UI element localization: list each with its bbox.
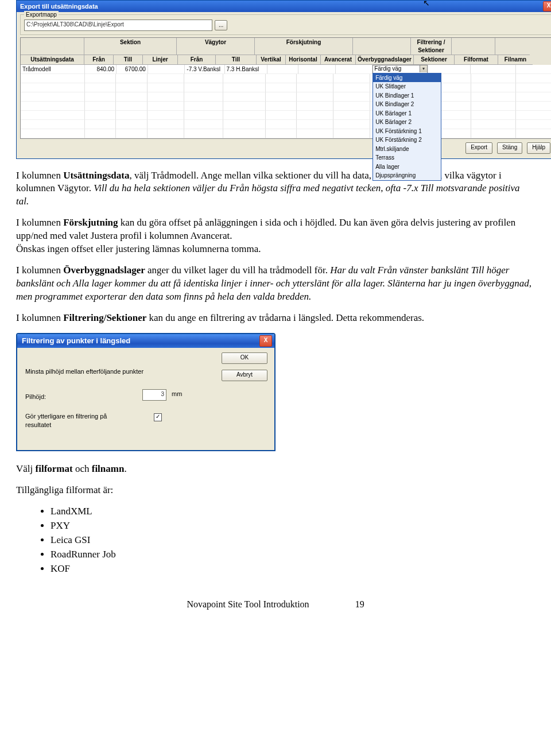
dialog-title: Filtrering av punkter i längsled — [22, 336, 130, 346]
para-5: Välj filformat och filnamn. — [16, 463, 535, 476]
group-sektion: Sektion — [84, 38, 177, 55]
list-item[interactable]: UK Slitlager — [373, 82, 441, 91]
list-item[interactable]: Terrass — [373, 153, 441, 162]
chevron-down-icon[interactable]: ▾ — [420, 65, 427, 72]
list-item[interactable]: Mtrl.skiljande — [373, 145, 441, 154]
format-list: LandXML PXY Leica GSI RoadRunner Job KOF — [16, 505, 535, 576]
browse-button[interactable]: ... — [215, 20, 227, 30]
overbygg-dropdown[interactable]: Färdig väg ▾ — [372, 65, 428, 73]
checkbox-filter[interactable]: ✓ — [154, 413, 162, 421]
label-gor: Gör ytterligare en filtrering på resulta… — [25, 412, 134, 429]
cell-linjer[interactable] — [148, 65, 185, 74]
close-icon[interactable]: X — [543, 1, 551, 11]
cell-filformat[interactable] — [471, 65, 516, 74]
cell-vertikal[interactable] — [267, 65, 299, 74]
list-item: PXY — [51, 519, 535, 533]
hdr-vtill[interactable]: Till — [216, 55, 257, 65]
cell-us[interactable]: Trådmodell — [21, 65, 85, 74]
cell-vtill[interactable]: 7.3 H.Banksl — [225, 65, 267, 74]
data-grid: Sektion Vägytor Förskjutning Filtrering … — [20, 37, 551, 139]
exportmapp-group: Exportmapp C:\Projekt\ALT308\CAD\B\Linje… — [20, 14, 551, 35]
close-icon[interactable]: X — [259, 335, 272, 347]
close-button[interactable]: Stäng — [497, 142, 522, 154]
list-item: KOF — [51, 563, 535, 576]
para-4: I kolumnen Filtrering/Sektioner kan du a… — [16, 312, 535, 325]
help-button[interactable]: Hjälp — [527, 142, 550, 154]
list-item[interactable]: UK Förstärkning 2 — [373, 135, 441, 145]
list-item[interactable]: UK Bärlager 2 — [373, 118, 441, 127]
group-filtrering: Filtrering / Sektioner — [411, 38, 452, 55]
cell-till[interactable]: 6700.00 — [117, 65, 148, 74]
group-forskjutning: Förskjutning — [255, 38, 353, 55]
list-item[interactable]: UK Förstärkning 1 — [373, 127, 441, 136]
list-item: RoadRunner Job — [51, 548, 535, 561]
overbygg-selected: Färdig väg — [374, 65, 401, 73]
cancel-button[interactable]: Avbryt — [222, 370, 267, 381]
list-item[interactable]: UK Bindlager 2 — [373, 100, 441, 109]
hdr-overbygg[interactable]: Överbyggnadslager — [356, 55, 414, 65]
list-item[interactable]: Färdig väg — [373, 73, 441, 83]
hdr-vertikal[interactable]: Vertikal — [257, 55, 286, 65]
cell-fran[interactable]: 840.00 — [85, 65, 117, 74]
hdr-till[interactable]: Till — [114, 55, 143, 65]
filter-dialog: Filtrering av punkter i längsled X Minst… — [16, 333, 276, 451]
hdr-horisontal[interactable]: Horisontal — [286, 55, 321, 65]
export-dialog: Export till utsättningsdata X Exportmapp… — [16, 0, 551, 159]
table-row[interactable]: Trådmodell 840.00 6700.00 -7.3 V.Banksl … — [21, 65, 551, 74]
titlebar[interactable]: Export till utsättningsdata X — [17, 1, 551, 12]
hdr-filsek[interactable]: Sektioner — [414, 55, 455, 65]
hdr-filformat[interactable]: Filformat — [455, 55, 498, 65]
pilhojd-unit: mm — [172, 390, 182, 397]
pilhojd-input[interactable]: 3 — [142, 389, 166, 401]
ok-button[interactable]: OK — [222, 352, 267, 364]
group-label: Exportmapp — [24, 11, 59, 19]
list-item: LandXML — [51, 505, 535, 518]
para-1: I kolumnen Utsättningsdata, välj Trådmod… — [16, 169, 535, 209]
para-2: I kolumnen Förskjutning kan du göra offs… — [16, 216, 535, 256]
cell-filnamn[interactable] — [516, 65, 551, 74]
hdr-linjer[interactable]: Linjer — [143, 55, 178, 65]
hdr-filnamn[interactable]: Filnamn — [498, 55, 533, 65]
cell-horisontal[interactable] — [298, 65, 335, 74]
para-3: I kolumnen Överbyggnadslager anger du vi… — [16, 264, 535, 304]
list-item[interactable]: UK Bärlager 1 — [373, 109, 441, 118]
list-item[interactable]: Djupsprängning — [373, 171, 441, 180]
label-minsta: Minsta pilhöjd mellan efterföljande punk… — [25, 367, 143, 376]
path-field[interactable]: C:\Projekt\ALT308\CAD\B\Linje\Export — [24, 20, 212, 31]
cell-avancerat[interactable] — [336, 65, 372, 74]
label-pilhojd: Pilhöjd: — [25, 393, 46, 401]
hdr-avancerat[interactable]: Avancerat — [321, 55, 356, 65]
hdr-us[interactable]: Utsättningsdata — [21, 55, 84, 65]
cell-overbygg[interactable]: Färdig väg ▾ Färdig väg UK Slitlager UK … — [372, 65, 428, 73]
export-button[interactable]: Export — [465, 142, 492, 154]
cell-vfran[interactable]: -7.3 V.Banksl — [185, 65, 224, 74]
page-footer: Novapoint Site Tool Introduktion 19 — [16, 598, 535, 611]
list-item[interactable]: UK Bindlager 1 — [373, 91, 441, 100]
titlebar[interactable]: Filtrering av punkter i längsled X — [17, 334, 274, 348]
dialog-title: Export till utsättningsdata — [20, 2, 98, 11]
list-item: Leica GSI — [51, 534, 535, 547]
para-6: Tillgängliga filformat är: — [16, 484, 535, 497]
hdr-vfran[interactable]: Från — [178, 55, 216, 65]
hdr-fran[interactable]: Från — [84, 55, 114, 65]
list-item[interactable]: Alla lager — [373, 162, 441, 172]
group-vagytor: Vägytor — [177, 38, 255, 55]
overbygg-dropdown-list[interactable]: Färdig väg UK Slitlager UK Bindlager 1 U… — [372, 73, 441, 181]
